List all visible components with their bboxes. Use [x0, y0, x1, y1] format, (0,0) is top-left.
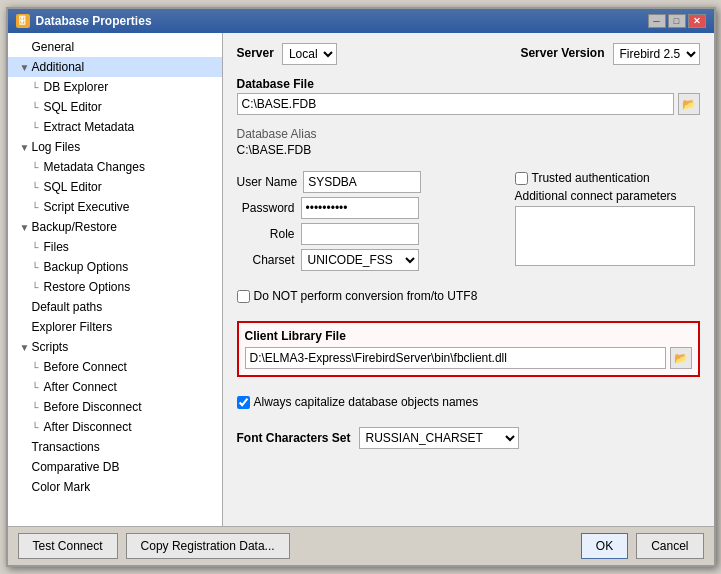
client-lib-browse-button[interactable]: 📂 [670, 347, 692, 369]
title-bar: 🗄 Database Properties ─ □ ✕ [8, 9, 714, 33]
sidebar-item-log-files[interactable]: ▼ Log Files [8, 137, 222, 157]
password-input[interactable] [301, 197, 419, 219]
sidebar-item-db-explorer[interactable]: └ DB Explorer [8, 77, 222, 97]
sidebar-item-after-disconnect[interactable]: └ After Disconnect [8, 417, 222, 437]
client-lib-label: Client Library File [245, 329, 692, 343]
client-lib-input[interactable] [245, 347, 666, 369]
capitalize-checkbox[interactable] [237, 396, 250, 409]
db-file-input[interactable] [237, 93, 674, 115]
client-lib-section: Client Library File 📂 [237, 321, 700, 377]
do-not-convert-label: Do NOT perform conversion from/to UTF8 [254, 289, 478, 303]
dialog: 🗄 Database Properties ─ □ ✕ General [6, 7, 716, 567]
client-lib-row: 📂 [245, 347, 692, 369]
minimize-button[interactable]: ─ [648, 14, 666, 28]
sidebar-item-sql-editor[interactable]: └ SQL Editor [8, 97, 222, 117]
right-panel: Server Local Server Version Firebird 2.5… [223, 33, 714, 526]
trusted-auth-checkbox[interactable] [515, 172, 528, 185]
sidebar-item-color-mark[interactable]: Color Mark [8, 477, 222, 497]
sidebar-item-additional[interactable]: ▼ Additional [8, 57, 222, 77]
role-input[interactable] [301, 223, 419, 245]
additional-params-section: Trusted authentication Additional connec… [515, 171, 700, 271]
username-input[interactable] [303, 171, 421, 193]
maximize-button[interactable]: □ [668, 14, 686, 28]
capitalize-row: Always capitalize database objects names [237, 395, 700, 409]
sidebar-item-sql-editor-2[interactable]: └ SQL Editor [8, 177, 222, 197]
sidebar-item-after-connect[interactable]: └ After Connect [8, 377, 222, 397]
do-not-convert-row: Do NOT perform conversion from/to UTF8 [237, 289, 700, 303]
db-file-section: Database File 📂 [237, 77, 700, 115]
db-file-browse-button[interactable]: 📂 [678, 93, 700, 115]
server-label: Server [237, 46, 274, 60]
ok-button[interactable]: OK [581, 533, 628, 559]
additional-params-textarea[interactable] [515, 206, 695, 266]
tree-panel: General ▼ Additional └ DB Explorer [8, 33, 223, 526]
test-connect-button[interactable]: Test Connect [18, 533, 118, 559]
db-icon: 🗄 [16, 14, 30, 28]
dialog-title: Database Properties [36, 14, 152, 28]
sidebar-item-restore-options[interactable]: └ Restore Options [8, 277, 222, 297]
db-file-row: 📂 [237, 93, 700, 115]
bottom-bar: Test Connect Copy Registration Data... O… [8, 526, 714, 565]
sidebar-item-explorer-filters[interactable]: Explorer Filters [8, 317, 222, 337]
role-label: Role [237, 227, 295, 241]
role-row: Role [237, 223, 505, 245]
charset-row: Charset UNICODE_FSS [237, 249, 505, 271]
title-bar-left: 🗄 Database Properties [16, 14, 152, 28]
cancel-button[interactable]: Cancel [636, 533, 703, 559]
trusted-auth-row: Trusted authentication [515, 171, 700, 185]
close-button[interactable]: ✕ [688, 14, 706, 28]
db-alias-value: C:\BASE.FDB [237, 143, 700, 157]
bottom-right-buttons: OK Cancel [581, 533, 704, 559]
server-version-select[interactable]: Firebird 2.5 [613, 43, 700, 65]
sidebar-item-transactions[interactable]: Transactions [8, 437, 222, 457]
db-alias-label: Database Alias [237, 127, 700, 141]
server-right: Server Version Firebird 2.5 [520, 43, 699, 65]
credentials-section: User Name Password Role Ch [237, 171, 700, 271]
sidebar-item-scripts[interactable]: ▼ Scripts [8, 337, 222, 357]
password-label: Password [237, 201, 295, 215]
username-row: User Name [237, 171, 505, 193]
capitalize-label: Always capitalize database objects names [254, 395, 479, 409]
sidebar-item-default-paths[interactable]: Default paths [8, 297, 222, 317]
sidebar-item-general[interactable]: General [8, 37, 222, 57]
db-file-label: Database File [237, 77, 700, 91]
sidebar-item-backup-restore[interactable]: ▼ Backup/Restore [8, 217, 222, 237]
charset-label: Charset [237, 253, 295, 267]
copy-registration-button[interactable]: Copy Registration Data... [126, 533, 290, 559]
server-row: Server Local Server Version Firebird 2.5 [237, 43, 700, 65]
sidebar-item-backup-options[interactable]: └ Backup Options [8, 257, 222, 277]
font-charset-row: Font Characters Set RUSSIAN_CHARSET [237, 427, 700, 449]
do-not-convert-checkbox[interactable] [237, 290, 250, 303]
font-charset-select[interactable]: RUSSIAN_CHARSET [359, 427, 519, 449]
main-content: General ▼ Additional └ DB Explorer [8, 33, 714, 526]
sidebar-item-script-executive[interactable]: └ Script Executive [8, 197, 222, 217]
additional-params-label: Additional connect parameters [515, 189, 700, 203]
password-row: Password [237, 197, 505, 219]
bottom-left-buttons: Test Connect Copy Registration Data... [18, 533, 290, 559]
trusted-auth-label: Trusted authentication [532, 171, 650, 185]
sidebar-item-before-disconnect[interactable]: └ Before Disconnect [8, 397, 222, 417]
server-version-label: Server Version [520, 46, 604, 60]
charset-select[interactable]: UNICODE_FSS [301, 249, 419, 271]
sidebar-item-metadata-changes[interactable]: └ Metadata Changes [8, 157, 222, 177]
db-alias-section: Database Alias C:\BASE.FDB [237, 127, 700, 157]
sidebar-item-before-connect[interactable]: └ Before Connect [8, 357, 222, 377]
server-select[interactable]: Local [282, 43, 337, 65]
title-bar-controls: ─ □ ✕ [648, 14, 706, 28]
cred-left-section: User Name Password Role Ch [237, 171, 505, 271]
sidebar-item-comparative-db[interactable]: Comparative DB [8, 457, 222, 477]
sidebar-item-files[interactable]: └ Files [8, 237, 222, 257]
server-left: Server Local [237, 43, 337, 65]
username-label: User Name [237, 175, 298, 189]
font-charset-label: Font Characters Set [237, 431, 351, 445]
sidebar-item-extract-metadata[interactable]: └ Extract Metadata [8, 117, 222, 137]
